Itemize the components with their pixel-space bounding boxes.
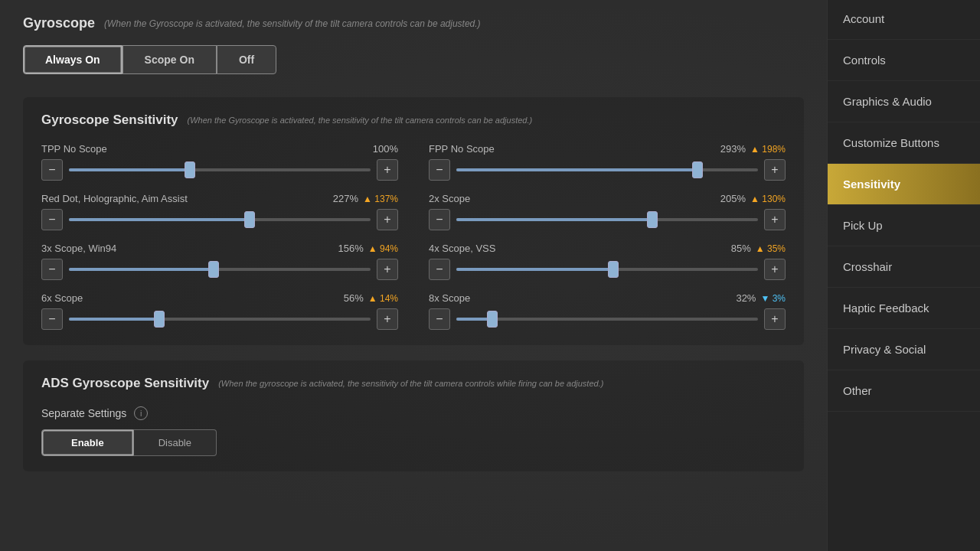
- slider-fill-4: [69, 268, 214, 271]
- always-on-button[interactable]: Always On: [23, 45, 122, 74]
- slider-plus-2[interactable]: +: [377, 209, 398, 230]
- slider-minus-4[interactable]: −: [41, 259, 63, 280]
- slider-thumb-4[interactable]: [208, 261, 219, 278]
- info-icon[interactable]: i: [134, 406, 148, 420]
- separate-settings-label: Separate Settings: [41, 407, 126, 419]
- slider-row-5: 4x Scope, VSS 85% ▲ 35% − +: [429, 243, 786, 280]
- slider-minus-5[interactable]: −: [429, 259, 450, 280]
- sidebar-item-sensitivity[interactable]: Sensitivity: [828, 164, 980, 205]
- slider-fill-2: [69, 218, 250, 221]
- sidebar-item-other[interactable]: Other: [828, 370, 980, 412]
- separate-settings-row: Separate Settings i: [41, 406, 786, 420]
- slider-thumb-6[interactable]: [154, 311, 165, 328]
- slider-label-row-7: 8x Scope 32% ▼ 3%: [429, 292, 786, 304]
- slider-delta-1: ▲ 198%: [750, 144, 786, 155]
- slider-plus-5[interactable]: +: [764, 259, 786, 280]
- slider-fill-1: [456, 168, 697, 171]
- enable-button[interactable]: Enable: [41, 429, 134, 456]
- slider-value-5: 85% ▲ 35%: [731, 243, 786, 254]
- slider-track-container-2[interactable]: [69, 209, 371, 230]
- off-button[interactable]: Off: [217, 45, 276, 74]
- slider-label-3: 2x Scope: [429, 193, 470, 204]
- ads-sensitivity-section: ADS Gyroscope Sensitivity (When the gyro…: [23, 360, 804, 471]
- disable-button[interactable]: Disable: [134, 429, 217, 456]
- sidebar-item-account[interactable]: Account: [828, 0, 980, 40]
- sidebar-item-privacy__social[interactable]: Privacy & Social: [828, 329, 980, 370]
- slider-minus-6[interactable]: −: [41, 308, 63, 330]
- slider-minus-2[interactable]: −: [41, 209, 63, 230]
- slider-delta-7: ▼ 3%: [760, 293, 786, 304]
- slider-track-4: [69, 268, 371, 271]
- slider-controls-6: − +: [41, 308, 398, 330]
- section-subtitle: (When the Gyroscope is activated, the se…: [188, 116, 533, 125]
- slider-fill-6: [69, 318, 159, 321]
- slider-row-4: 3x Scope, Win94 156% ▲ 94% − +: [41, 243, 398, 280]
- slider-controls-4: − +: [41, 259, 398, 280]
- slider-controls-3: − +: [429, 209, 786, 230]
- sliders-grid: TPP No Scope 100% − + FPP No Scope 293% …: [41, 143, 786, 330]
- gyroscope-subtitle: (When the Gyroscope is activated, the se…: [104, 18, 481, 29]
- slider-track-container-4[interactable]: [69, 259, 371, 280]
- slider-minus-1[interactable]: −: [429, 159, 450, 181]
- slider-plus-1[interactable]: +: [764, 159, 786, 181]
- slider-value-3: 205% ▲ 130%: [720, 193, 786, 204]
- scope-on-button[interactable]: Scope On: [122, 45, 217, 74]
- slider-label-5: 4x Scope, VSS: [429, 243, 495, 254]
- gyroscope-header: Gyroscope (When the Gyroscope is activat…: [23, 15, 804, 31]
- slider-minus-0[interactable]: −: [41, 159, 63, 181]
- slider-row-0: TPP No Scope 100% − +: [41, 143, 398, 181]
- slider-label-0: TPP No Scope: [41, 143, 107, 155]
- slider-track-7: [456, 318, 758, 321]
- slider-track-1: [456, 168, 758, 171]
- sidebar: AccountControlsGraphics & AudioCustomize…: [827, 0, 980, 551]
- slider-plus-0[interactable]: +: [377, 159, 398, 181]
- slider-controls-7: − +: [429, 308, 786, 330]
- slider-thumb-1[interactable]: [692, 161, 703, 178]
- enable-disable-group: Enable Disable: [41, 429, 786, 456]
- slider-label-1: FPP No Scope: [429, 143, 495, 155]
- slider-delta-2: ▲ 137%: [363, 194, 398, 204]
- slider-plus-7[interactable]: +: [764, 308, 786, 330]
- slider-fill-5: [456, 268, 613, 271]
- slider-track-container-5[interactable]: [456, 259, 758, 280]
- slider-plus-3[interactable]: +: [764, 209, 786, 230]
- slider-delta-5: ▲ 35%: [756, 243, 786, 254]
- sidebar-item-controls[interactable]: Controls: [828, 40, 980, 81]
- slider-thumb-7[interactable]: [487, 311, 498, 328]
- slider-label-row-0: TPP No Scope 100%: [41, 143, 398, 155]
- slider-thumb-0[interactable]: [185, 161, 195, 178]
- slider-label-row-3: 2x Scope 205% ▲ 130%: [429, 193, 786, 204]
- slider-value-6: 56% ▲ 14%: [344, 292, 398, 304]
- slider-track-5: [456, 268, 758, 271]
- slider-label-6: 6x Scope: [41, 292, 83, 304]
- slider-plus-6[interactable]: +: [377, 308, 398, 330]
- slider-thumb-2[interactable]: [244, 211, 255, 228]
- slider-value-2: 227% ▲ 137%: [333, 193, 398, 204]
- slider-value-7: 32% ▼ 3%: [736, 292, 786, 304]
- sidebar-item-graphics__audio[interactable]: Graphics & Audio: [828, 81, 980, 122]
- slider-plus-4[interactable]: +: [377, 259, 398, 280]
- slider-track-container-7[interactable]: [456, 308, 758, 330]
- sidebar-item-pick_up[interactable]: Pick Up: [828, 205, 980, 246]
- slider-controls-0: − +: [41, 159, 398, 181]
- slider-thumb-5[interactable]: [608, 261, 619, 278]
- slider-track-2: [69, 218, 371, 221]
- slider-label-7: 8x Scope: [429, 292, 470, 304]
- sidebar-item-customize_buttons[interactable]: Customize Buttons: [828, 122, 980, 164]
- slider-minus-7[interactable]: −: [429, 308, 450, 330]
- sidebar-item-haptic_feedback[interactable]: Haptic Feedback: [828, 288, 980, 329]
- slider-thumb-3[interactable]: [647, 211, 658, 228]
- slider-track-container-0[interactable]: [69, 159, 371, 181]
- slider-minus-3[interactable]: −: [429, 209, 450, 230]
- slider-fill-0: [69, 168, 190, 171]
- slider-track-container-6[interactable]: [69, 308, 371, 330]
- slider-track-6: [69, 318, 371, 321]
- slider-track-container-3[interactable]: [456, 209, 758, 230]
- slider-value-1: 293% ▲ 198%: [720, 143, 786, 155]
- sidebar-item-crosshair[interactable]: Crosshair: [828, 246, 980, 288]
- slider-controls-5: − +: [429, 259, 786, 280]
- gyroscope-sensitivity-section: Gyroscope Sensitivity (When the Gyroscop…: [23, 97, 804, 345]
- section-title: Gyroscope Sensitivity: [41, 112, 178, 128]
- slider-row-2: Red Dot, Holographic, Aim Assist 227% ▲ …: [41, 193, 398, 230]
- slider-track-container-1[interactable]: [456, 159, 758, 181]
